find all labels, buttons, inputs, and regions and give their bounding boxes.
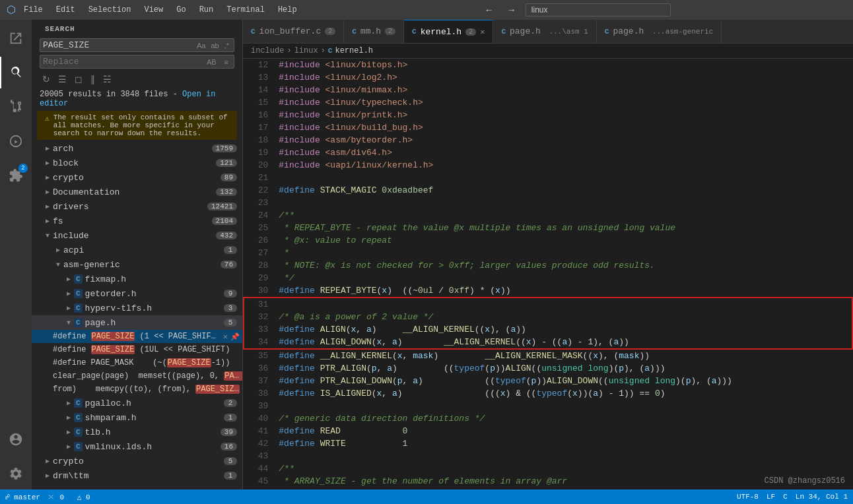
tab-label: kernel.h [421,27,461,37]
breadcrumb-sep1: › [287,46,291,55]
chevron-right-icon: ▶ [63,399,74,407]
activity-explorer[interactable] [0,22,32,54]
menu-run[interactable]: Run [197,4,217,16]
line-content: #include <uapi/linux/kernel.h> [276,159,853,172]
tree-file-tlb[interactable]: ▶ C tlb.h 39 [32,425,242,439]
tree-folder-drm[interactable]: ▶ drm\ttm 1 [32,468,242,483]
clear-results-button[interactable]: ☰ [55,73,69,86]
line-42: 42 #define WRITE 1 [243,437,853,450]
language-status[interactable]: C [783,493,788,501]
menu-terminal[interactable]: Terminal [224,4,267,16]
tab-kernel-h[interactable]: C kernel.h 2 ✕ [404,20,493,43]
line-31: 31 [243,297,853,311]
tree-file-fixmap[interactable]: ▶ C fixmap.h [32,272,242,286]
replace-input[interactable] [43,57,201,67]
line-content: #define WRITE 1 [276,437,853,450]
match-word-button[interactable]: ab [209,41,221,50]
tree-folder-documentation[interactable]: ▶ Documentation 132 [32,185,242,199]
line-15: 15 #include <linux/typecheck.h> [243,96,853,109]
result-line-3[interactable]: #define PAGE_MASK (~(PAGE_SIZE-1)) [32,356,242,369]
activity-settings[interactable] [0,458,32,489]
replace-row[interactable]: AB ≡ [40,55,234,69]
code-editor[interactable]: 12 #include <linux/bitops.h> 13 #include… [243,59,853,489]
chevron-right-icon: ▶ [53,246,63,254]
tree-file-hyperv[interactable]: ▶ C hyperv-tlfs.h 3 [32,301,242,315]
tab-page-h-asm[interactable]: C page.h ...\asm 1 [493,20,596,43]
tree-folder-fs[interactable]: ▶ fs 2104 [32,214,242,228]
line-ending-status[interactable]: LF [767,493,775,501]
forward-button[interactable]: → [503,3,520,16]
result-line-5[interactable]: from) memcpy((to), (from), PAGE_SIZE) [32,383,242,396]
tree-folder-block[interactable]: ▶ block 121 [32,156,242,170]
line-content: * NOTE: @x is not checked for > 0xff; la… [276,259,853,272]
tab-page-h-asm-generic[interactable]: C page.h ...asm-generic [597,20,722,43]
search-input-row[interactable]: Aa ab .* [40,38,234,52]
breadcrumb-include[interactable]: include [251,46,284,55]
search-input[interactable] [43,40,192,50]
regex-button[interactable]: .* [222,41,231,50]
tree-folder-acpi[interactable]: ▶ acpi 1 [32,243,242,257]
menu-view[interactable]: View [141,4,166,16]
tree-folder-arch[interactable]: ▶ arch 1759 [32,141,242,156]
refresh-button[interactable]: ↻ [40,73,53,86]
tab-mm-h[interactable]: C mm.h 2 [344,20,404,43]
global-search-input[interactable] [526,3,671,16]
activity-source-control[interactable] [0,91,32,123]
extensions-badge: 2 [18,164,28,173]
activity-accounts[interactable] [0,424,32,455]
tree-folder-include[interactable]: ▼ include 432 [32,228,242,243]
c-file-icon: C [74,442,83,451]
tree-folder-crypto[interactable]: ▶ crypto 89 [32,170,242,185]
line-35: 35 #define __ALIGN_KERNEL(x, mask) __ALI… [243,350,853,362]
errors-indicator[interactable]: ⛌ 0 △ 0 [48,493,90,501]
menu-help[interactable]: Help [275,4,300,16]
tree-file-page-h[interactable]: ▼ C page.h 5 [32,315,242,330]
chevron-right-icon: ▶ [63,275,74,283]
tree-folder-asm-generic[interactable]: ▼ asm-generic 76 [32,257,242,272]
menu-file[interactable]: File [21,4,46,16]
chevron-down-icon: ▼ [42,232,53,239]
chevron-right-icon: ▶ [42,203,53,210]
tree-file-pgalloc[interactable]: ▶ C pgalloc.h 2 [32,396,242,410]
match-case-button[interactable]: Aa [195,41,207,50]
menu-go[interactable]: Go [174,4,188,16]
back-button[interactable]: ← [481,3,498,16]
line-number: 38 [243,387,276,400]
new-editor-button[interactable]: ◻ [72,73,85,86]
activity-extensions[interactable]: 2 [0,160,32,191]
tree-folder-crypto2[interactable]: ▶ crypto 5 [32,454,242,468]
menu-selection[interactable]: Selection [86,4,134,16]
breadcrumb-linux[interactable]: linux [294,46,318,55]
tree-file-getorder[interactable]: ▶ C getorder.h 9 [32,286,242,301]
tree-file-vmlinux[interactable]: ▶ C vmlinux.lds.h 16 [32,439,242,454]
encoding-status[interactable]: UTF-8 [737,493,759,501]
menu-edit[interactable]: Edit [53,4,78,16]
expand-all-button[interactable]: ☵ [100,73,114,86]
replace-settings-button[interactable]: ≡ [222,57,231,67]
line-number: 33 [243,323,276,336]
result-line-2[interactable]: #define PAGE_SIZE (1UL << PAGE_SHIFT) [32,343,242,356]
breadcrumb-file[interactable]: kernel.h [335,46,373,55]
activity-debug[interactable] [0,125,32,157]
line-content: #define REPEAT_BYTE(x) ((~0ul / 0xff) * … [276,284,853,297]
line-number: 43 [243,450,276,462]
chevron-right-icon: ▶ [42,159,53,167]
menu-bar[interactable]: File Edit Selection View Go Run Terminal… [21,4,300,16]
activity-search[interactable] [0,57,32,88]
replace-options-button[interactable]: AB [204,57,219,67]
code-table: 12 #include <linux/bitops.h> 13 #include… [243,59,853,489]
git-branch[interactable]: ☍ master [5,493,40,501]
dismiss-result-icon[interactable]: ✕ [221,332,230,342]
tab-ion-buffer[interactable]: C ion_buffer.c 2 [243,20,344,43]
c-icon-breadcrumb: C [328,47,333,55]
tree-folder-drivers[interactable]: ▶ drivers 12421 [32,199,242,214]
line-content: * @x: value to repeat [276,234,853,247]
result-line-1[interactable]: #define PAGE_SIZE (1 << PAGE_SHIFT) ✕ 📌 [32,330,242,343]
line-number: 41 [243,425,276,437]
tab-close-button[interactable]: ✕ [480,27,485,37]
collapse-all-button[interactable]: ∥ [88,73,98,86]
c-file-icon: C [74,303,83,313]
tree-file-shmparam[interactable]: ▶ C shmparam.h 1 [32,410,242,425]
result-line-4[interactable]: clear_page(page) memset((page), 0, PAGE_… [32,369,242,383]
line-number: 21 [243,172,276,184]
